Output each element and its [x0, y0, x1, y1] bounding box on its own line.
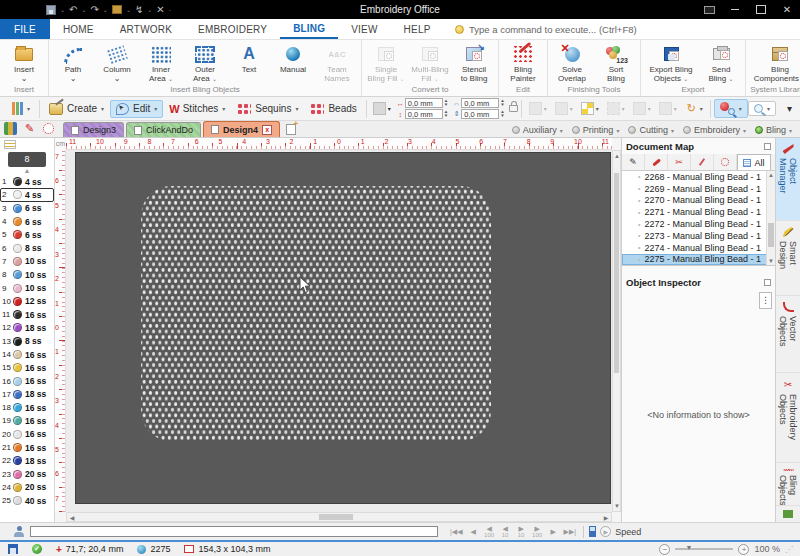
scroll-down-icon[interactable]: ▼	[613, 502, 621, 510]
toggle-bling[interactable]: Bling▾	[755, 125, 792, 135]
palette-selector-button[interactable]: ▾	[6, 99, 36, 118]
scroll-thumb[interactable]	[768, 223, 774, 247]
scroll-down-icon[interactable]: ▼	[767, 257, 775, 265]
document-map-item[interactable]: 2273 - Manual Bling Bead - 1	[622, 230, 775, 242]
solve-overlap-button[interactable]: ✕ Solve Overlap	[550, 41, 594, 83]
grid-options-button[interactable]: ▾	[370, 100, 394, 117]
simulator-nav-button[interactable]: ▶	[546, 528, 561, 535]
filter-needle-tab[interactable]	[691, 154, 714, 170]
simulator-nav-button[interactable]: ▶ 100	[530, 525, 545, 539]
horizontal-scrollbar[interactable]: ◀ ▶	[66, 512, 612, 522]
pin-checkbox[interactable]	[764, 143, 771, 150]
tab-design4-active[interactable]: Design4 x	[203, 121, 280, 137]
palette-item[interactable]: 17 18 ss	[0, 388, 54, 401]
document-map-item[interactable]: 2269 - Manual Bling Bead - 1	[622, 183, 775, 195]
monitor-toggle-button[interactable]	[696, 0, 722, 19]
toggle-embroidery[interactable]: Embroidery▾	[683, 125, 746, 135]
single-bling-fill-button[interactable]: Single Bling Fill ⌄	[364, 41, 408, 84]
tab-help[interactable]: HELP	[391, 19, 444, 39]
scroll-right-icon[interactable]: ▶	[602, 514, 610, 522]
tab-artwork[interactable]: ARTWORK	[107, 19, 185, 39]
toggle-cutting[interactable]: Cutting▾	[628, 125, 674, 135]
stitch-mode-icon[interactable]: ✎	[23, 122, 36, 135]
palette-item[interactable]: 16 16 ss	[0, 374, 54, 387]
stitches-button[interactable]: W Stitches▾	[163, 100, 231, 118]
palette-item[interactable]: 9 10 ss	[0, 281, 54, 294]
palette-item[interactable]: 11 16 ss	[0, 308, 54, 321]
zoom-tool-button[interactable]: ▾	[748, 101, 776, 116]
document-map-item[interactable]: 2275 - Manual Bling Bead - 1	[622, 254, 775, 266]
palette-item[interactable]: 3 6 ss	[0, 202, 54, 215]
select-tools-button[interactable]: ▾	[603, 99, 629, 118]
horizontal-gap-spinner[interactable]: ↔ 0,0 mm ▲▼	[396, 98, 448, 108]
inspector-menu-button[interactable]: ⋮	[759, 292, 772, 309]
spinner-arrows[interactable]: ▲▼	[444, 99, 448, 107]
simulator-nav-button[interactable]: ▶▶|	[562, 528, 579, 535]
close-button[interactable]: ✕	[774, 0, 800, 19]
vertical-scrollbar[interactable]: ▲ ▼	[612, 150, 621, 512]
manual-button[interactable]: Manual	[271, 41, 315, 74]
design-page[interactable]	[75, 152, 611, 504]
palette-item[interactable]: 8 10 ss	[0, 268, 54, 281]
vertical-scroll-thumb[interactable]	[614, 173, 619, 373]
palette-item[interactable]: 24 20 ss	[0, 481, 54, 494]
vertical-gap-spinner[interactable]: ↕ 0,0 mm ▲▼	[396, 109, 448, 119]
outline-tools-button[interactable]: ▾	[551, 99, 577, 118]
multi-bling-fill-button[interactable]: Multi-Bling Fill ⌄	[408, 41, 452, 84]
beads-button[interactable]: Beads	[304, 100, 362, 118]
palette-item[interactable]: 4 6 ss	[0, 215, 54, 228]
palette-item[interactable]: 21 16 ss	[0, 441, 54, 454]
operator-icon[interactable]	[14, 526, 24, 537]
side-tab-embroidery-objects[interactable]: ✂ Embroidery Objects	[776, 373, 800, 462]
side-tab-object-manager[interactable]: Object Manager	[776, 138, 800, 221]
rotate-tools-button[interactable]: ↻▾	[681, 99, 707, 118]
spinner-arrows[interactable]: ▲▼	[500, 99, 504, 107]
toolbar-overflow-icon[interactable]: ▾	[787, 103, 792, 114]
document-map-item[interactable]: 2270 - Manual Bling Bead - 1	[622, 195, 775, 207]
toggle-auxiliary[interactable]: Auxiliary▾	[512, 125, 563, 135]
palette-item[interactable]: 1 4 ss	[0, 175, 54, 188]
simulator-nav-button[interactable]: ◀	[466, 528, 481, 535]
palette-item[interactable]: 15 16 ss	[0, 361, 54, 374]
palette-item[interactable]: 19 16 ss	[0, 414, 54, 427]
palette-item[interactable]: 22 18 ss	[0, 454, 54, 467]
bling-mode-icon[interactable]	[43, 123, 54, 134]
filter-pen-tab[interactable]: ✎	[622, 154, 645, 170]
scroll-up-icon[interactable]: ▲	[613, 152, 621, 160]
stencil-to-bling-button[interactable]: ↘ Stencil to Bling	[452, 41, 496, 83]
panel-splitter[interactable]	[622, 266, 775, 274]
simulator-nav-button[interactable]: ◀ 10	[498, 525, 513, 539]
bling-components-button[interactable]: Bling Components ⌄	[748, 41, 800, 84]
simulator-nav-button[interactable]: ◀ 100	[482, 525, 497, 539]
text-button[interactable]: A Text	[227, 41, 271, 74]
simulator-nav-button[interactable]: ▶ 10	[514, 525, 529, 539]
toggle-printing[interactable]: Printing▾	[572, 125, 620, 135]
palette-item[interactable]: 12 18 ss	[0, 321, 54, 334]
new-document-icon[interactable]	[286, 124, 296, 135]
filter-scissors-tab[interactable]: ✂	[668, 154, 691, 170]
lock-proportions-icon[interactable]	[509, 105, 518, 112]
bling-painter-button[interactable]: Bling Painter	[501, 41, 545, 83]
insert-button[interactable]: Insert⌄	[2, 41, 46, 83]
filter-brush-tab[interactable]	[645, 154, 668, 170]
simulator-progress-track[interactable]	[30, 526, 438, 537]
tab-embroidery[interactable]: EMBROIDERY	[185, 19, 280, 39]
palette-item[interactable]: 2 4 ss	[0, 188, 54, 201]
send-bling-button[interactable]: Send Bling ⌄	[699, 41, 743, 84]
sequins-button[interactable]: Sequins▾	[231, 100, 304, 118]
palette-item[interactable]: 18 16 ss	[0, 401, 54, 414]
minimize-button[interactable]	[722, 0, 748, 19]
team-names-button[interactable]: A&C Team Names	[315, 41, 359, 83]
zoom-out-icon[interactable]: −	[659, 544, 670, 555]
pin-checkbox[interactable]	[764, 279, 771, 286]
palette-item[interactable]: 5 6 ss	[0, 228, 54, 241]
path-button[interactable]: Path⌄	[51, 41, 95, 83]
zoom-slider-knob[interactable]: ▼	[685, 544, 692, 551]
edit-button[interactable]: Edit▾	[110, 100, 163, 118]
inner-area-button[interactable]: Inner Area ⌄	[139, 41, 183, 84]
spinner-arrows[interactable]: ▲▼	[500, 110, 504, 118]
resize-grip[interactable]: ⋰	[785, 545, 794, 554]
tab-clickanddo[interactable]: ClickAndDo	[126, 122, 201, 137]
maximize-button[interactable]	[748, 0, 774, 19]
scroll-left-icon[interactable]: ◀	[68, 514, 76, 522]
